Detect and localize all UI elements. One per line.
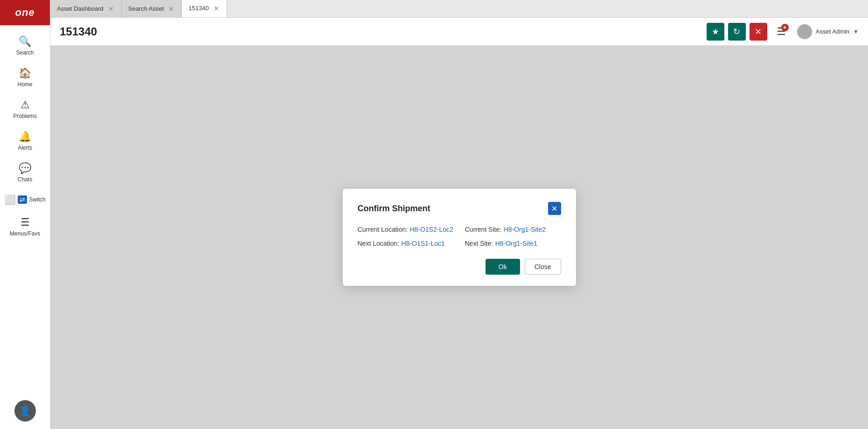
- next-site-label: Next Site:: [465, 240, 493, 247]
- current-site-label: Current Site:: [465, 226, 502, 233]
- switch-icon-primary: ⬜: [4, 194, 16, 205]
- next-site-field: Next Site: H8-Org1-Site1: [465, 239, 561, 248]
- chat-icon: 💬: [19, 162, 31, 174]
- bell-icon: 🔔: [19, 131, 31, 143]
- current-location-label: Current Location:: [358, 226, 408, 233]
- tab-151340[interactable]: 151340 ✕: [182, 0, 227, 17]
- sidebar-item-search[interactable]: 🔍 Search: [0, 30, 50, 62]
- current-location-field: Current Location: H8-O1S2-Loc2: [358, 225, 454, 234]
- search-icon: 🔍: [19, 35, 31, 48]
- current-location-value: H8-O1S2-Loc2: [410, 226, 453, 233]
- sidebar-item-problems[interactable]: ⚠ Problems: [0, 93, 50, 125]
- current-site-field: Current Site: H8-Org1-Site2: [465, 225, 561, 234]
- sidebar-label-problems: Problems: [13, 113, 37, 119]
- dialog-header: Confirm Shipment ✕: [358, 202, 561, 215]
- avatar[interactable]: 👤: [14, 400, 36, 422]
- dropdown-arrow-icon: ▼: [853, 28, 859, 35]
- tab-bar: Asset Dashboard ✕ Search Asset ✕ 151340 …: [50, 0, 868, 18]
- sidebar-item-menus[interactable]: ☰ Menus/Favs: [0, 211, 50, 242]
- logo-text: one: [15, 7, 35, 19]
- confirm-shipment-dialog: Confirm Shipment ✕ Current Location: H8-…: [343, 189, 576, 286]
- sidebar-label-menus: Menus/Favs: [10, 230, 40, 237]
- sidebar: one 🔍 Search 🏠 Home ⚠ Problems 🔔 Alerts …: [0, 0, 50, 429]
- user-avatar: [797, 24, 812, 39]
- dialog-title: Confirm Shipment: [358, 204, 431, 214]
- notification-badge: ★: [781, 24, 789, 31]
- next-site-value: H8-Org1-Site1: [495, 240, 537, 247]
- tab-close-search-asset[interactable]: ✕: [167, 5, 175, 13]
- close-button[interactable]: Close: [525, 259, 561, 275]
- menu-button[interactable]: ☰ ★: [777, 26, 786, 38]
- switch-icon-secondary: ⇄: [18, 195, 27, 204]
- next-location-value: H8-O1S1-Loc1: [401, 240, 444, 247]
- page-body: Confirm Shipment ✕ Current Location: H8-…: [50, 46, 868, 429]
- avatar-icon: 👤: [19, 405, 31, 416]
- next-location-field: Next Location: H8-O1S1-Loc1: [358, 239, 454, 248]
- refresh-button[interactable]: ↻: [728, 23, 746, 41]
- next-location-label: Next Location:: [358, 240, 400, 247]
- star-button[interactable]: ★: [707, 23, 724, 41]
- menus-icon: ☰: [21, 216, 30, 228]
- dialog-actions: Ok Close: [358, 259, 561, 275]
- page-title: 151340: [60, 25, 707, 38]
- dialog-close-icon: ✕: [551, 204, 557, 213]
- sidebar-item-alerts[interactable]: 🔔 Alerts: [0, 125, 50, 157]
- sidebar-label-home: Home: [17, 81, 32, 88]
- dialog-close-button[interactable]: ✕: [548, 202, 561, 215]
- tab-close-asset-dashboard[interactable]: ✕: [107, 5, 115, 13]
- sidebar-bottom: 👤: [14, 400, 36, 429]
- sidebar-item-switch[interactable]: ⬜ ⇄ Switch: [0, 188, 50, 211]
- tab-search-asset[interactable]: Search Asset ✕: [122, 0, 182, 17]
- header-actions: ★ ↻ ✕ ☰ ★ Asset Admin ▼: [707, 23, 859, 41]
- current-site-value: H8-Org1-Site2: [504, 226, 546, 233]
- main-content: Asset Dashboard ✕ Search Asset ✕ 151340 …: [50, 0, 868, 429]
- close-asset-button[interactable]: ✕: [750, 23, 767, 41]
- tab-label-search-asset: Search Asset: [128, 5, 164, 12]
- sidebar-item-home[interactable]: 🏠 Home: [0, 62, 50, 93]
- tab-label-asset-dashboard: Asset Dashboard: [57, 5, 104, 12]
- app-logo[interactable]: one: [0, 0, 50, 25]
- tab-close-151340[interactable]: ✕: [213, 5, 220, 12]
- tab-label-151340: 151340: [188, 5, 208, 12]
- user-name: Asset Admin: [816, 28, 849, 35]
- home-icon: 🏠: [19, 67, 31, 79]
- dialog-body: Current Location: H8-O1S2-Loc2 Current S…: [358, 225, 561, 248]
- dialog-overlay: Confirm Shipment ✕ Current Location: H8-…: [50, 46, 868, 429]
- sidebar-item-chats[interactable]: 💬 Chats: [0, 157, 50, 188]
- sidebar-label-chats: Chats: [18, 176, 32, 183]
- tab-asset-dashboard[interactable]: Asset Dashboard ✕: [50, 0, 122, 17]
- sidebar-label-alerts: Alerts: [18, 145, 32, 151]
- sidebar-label-search: Search: [16, 49, 34, 56]
- ok-button[interactable]: Ok: [486, 259, 520, 275]
- page-header: 151340 ★ ↻ ✕ ☰ ★ Asset Admin ▼: [50, 18, 868, 46]
- user-dropdown[interactable]: Asset Admin ▼: [797, 24, 859, 39]
- sidebar-label-switch: Switch: [29, 196, 45, 203]
- warning-icon: ⚠: [21, 99, 30, 111]
